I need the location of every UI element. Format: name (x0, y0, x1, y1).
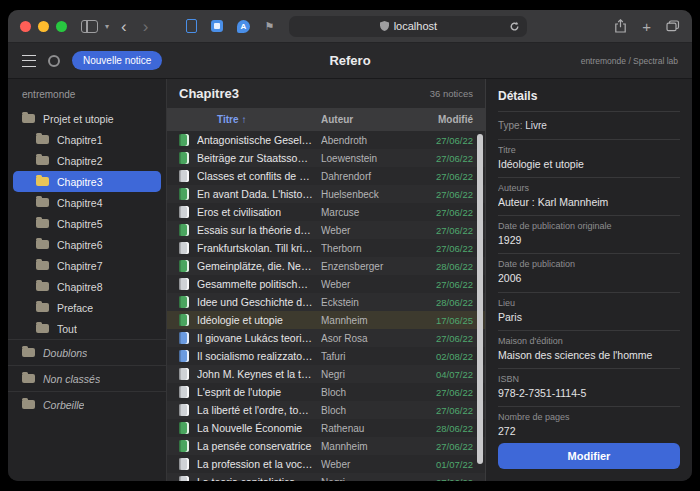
share-icon[interactable] (614, 19, 627, 33)
notice-row[interactable]: Idee und Geschichte des Deutschen Werkbu… (167, 293, 485, 311)
sidebar-list: Projet et utopie Chapitre1 Chapitre2 Cha… (8, 108, 166, 417)
chevron-down-icon[interactable]: ▾ (105, 22, 109, 31)
field-label: Auteurs (498, 183, 680, 193)
row-date: 02/08/22 (421, 351, 473, 362)
sort-arrow-icon: ↑ (242, 114, 247, 125)
row-author: Tafuri (321, 351, 413, 362)
book-icon (179, 260, 189, 272)
sidebar-item-doublons[interactable]: Doublons (8, 339, 166, 365)
extension-flag-icon[interactable]: ⚑ (261, 18, 277, 34)
sidebar-item-projet-et-utopie[interactable]: Projet et utopie (13, 108, 161, 129)
book-icon (179, 368, 189, 380)
field-label: Lieu (498, 298, 680, 308)
notice-row[interactable]: La teoria capitalistica dello stato nel'… (167, 473, 485, 481)
extension-color-picker-icon[interactable]: A (235, 18, 251, 34)
details-field-titre: Titre Idéologie et utopie (498, 140, 680, 178)
forward-button[interactable]: › (138, 18, 154, 35)
book-icon (179, 386, 189, 398)
row-author: Mannheim (321, 441, 413, 452)
browser-sidebar-icon[interactable] (81, 20, 98, 33)
book-icon (179, 224, 189, 236)
refresh-icon[interactable] (509, 21, 520, 32)
row-author: Weber (321, 459, 413, 470)
extension-document-icon[interactable] (183, 18, 199, 34)
menu-icon[interactable] (22, 55, 36, 67)
back-button[interactable]: ‹ (116, 18, 132, 35)
notice-row[interactable]: Idéologie et utopie Mannheim 17/06/25 (167, 311, 485, 329)
notice-row[interactable]: En avant Dada. L'histoire du dadaïsme Hu… (167, 185, 485, 203)
notice-row[interactable]: John M. Keynes et la théorie capitaliste… (167, 365, 485, 383)
traffic-lights (20, 21, 67, 32)
notice-row[interactable]: Eros et civilisation Marcuse 27/06/22 (167, 203, 485, 221)
folder-icon (36, 261, 49, 270)
field-value: 2006 (498, 272, 680, 285)
scrollbar[interactable] (477, 134, 483, 474)
edit-button[interactable]: Modifier (498, 443, 680, 469)
sidebar-item-chapitre6[interactable]: Chapitre6 (13, 234, 161, 255)
notice-row[interactable]: Il giovane Lukács teorico dell'arte borg… (167, 329, 485, 347)
sidebar-item-chapitre7[interactable]: Chapitre7 (13, 255, 161, 276)
row-title: La liberté et l'ordre, tour d'horizon de… (197, 404, 313, 416)
book-icon (179, 170, 189, 182)
sidebar-item-chapitre3[interactable]: Chapitre3 (13, 171, 161, 192)
field-label: Titre (498, 145, 680, 155)
minimize-window-button[interactable] (38, 21, 49, 32)
field-value: 1929 (498, 234, 680, 247)
sidebar-item-chapitre5[interactable]: Chapitre5 (13, 213, 161, 234)
zoom-window-button[interactable] (56, 21, 67, 32)
notice-row[interactable]: La profession et la vocation de savant W… (167, 455, 485, 473)
notice-row[interactable]: L'esprit de l'utopie Bloch 27/06/22 (167, 383, 485, 401)
new-notice-button[interactable]: Nouvelle notice (72, 51, 162, 70)
column-title[interactable]: Titre ↑ (179, 114, 313, 125)
notice-row[interactable]: Frankfurtskolan. Till kritiken av den kr… (167, 239, 485, 257)
notice-row[interactable]: La Nouvelle Économie Rathenau 28/06/22 (167, 419, 485, 437)
new-tab-icon[interactable]: + (642, 19, 651, 34)
notice-row[interactable]: Gesammelte politische Schriften Weber 27… (167, 275, 485, 293)
notice-row[interactable]: Il socialismo realizzato e la crisi dell… (167, 347, 485, 365)
scrollbar-thumb[interactable] (477, 134, 483, 464)
book-icon (179, 206, 189, 218)
sidebar-item-chapitre8[interactable]: Chapitre8 (13, 276, 161, 297)
close-window-button[interactable] (20, 21, 31, 32)
tab-overview-icon[interactable] (666, 20, 680, 32)
row-author: Bloch (321, 387, 413, 398)
field-value: Maison des sciences de l'homme (498, 349, 680, 362)
notice-row[interactable]: Classes et conflits de classes dans la s… (167, 167, 485, 185)
field-value: Auteur : Karl Mannheim (498, 196, 680, 209)
sidebar-item-chapitre1[interactable]: Chapitre1 (13, 129, 161, 150)
extension-box-icon[interactable] (209, 18, 225, 34)
book-icon (179, 188, 189, 200)
app-header: Nouvelle notice Refero entremonde / Spec… (8, 43, 692, 79)
row-title: Idéologie et utopie (197, 314, 313, 326)
type-label: Type: (498, 120, 522, 131)
notice-row[interactable]: Essais sur la théorie de la science Webe… (167, 221, 485, 239)
column-modified[interactable]: Modifié (421, 114, 473, 125)
sidebar-item-chapitre4[interactable]: Chapitre4 (13, 192, 161, 213)
notice-row[interactable]: Gemeinplätze, die. Neueste Literatur bet… (167, 257, 485, 275)
notice-row[interactable]: Antagonistische Gesellschaft und politis… (167, 131, 485, 149)
sidebar-item-non-class-s[interactable]: Non classés (8, 365, 166, 391)
row-author: Dahrendorf (321, 171, 413, 182)
sync-status-icon[interactable] (48, 55, 60, 67)
address-bar[interactable]: localhost (289, 16, 527, 37)
column-author[interactable]: Auteur (321, 114, 413, 125)
sidebar-item-preface[interactable]: Preface (13, 297, 161, 318)
sidebar-item-tout[interactable]: Tout (13, 318, 161, 339)
collection-header: Chapitre3 36 notices (167, 79, 485, 108)
details-field-date-de-publication-originale: Date de publication originale 1929 (498, 216, 680, 254)
row-author: Huelsenbeck (321, 189, 413, 200)
sidebar-item-corbeille[interactable]: Corbeille (8, 391, 166, 417)
row-author: Rathenau (321, 423, 413, 434)
folder-icon (36, 219, 49, 228)
row-author: Mannheim (321, 315, 413, 326)
row-title: Gesammelte politische Schriften (197, 278, 313, 290)
row-date: 17/06/25 (421, 315, 473, 326)
folder-icon (36, 156, 49, 165)
notice-row[interactable]: Beiträge zur Staatssoziologie Loewenstei… (167, 149, 485, 167)
row-date: 01/07/22 (421, 459, 473, 470)
notice-row[interactable]: La pensée conservatrice Mannheim 27/06/2… (167, 437, 485, 455)
row-author: Negri (321, 369, 413, 380)
notice-row[interactable]: La liberté et l'ordre, tour d'horizon de… (167, 401, 485, 419)
folder-icon (36, 303, 49, 312)
sidebar-item-chapitre2[interactable]: Chapitre2 (13, 150, 161, 171)
